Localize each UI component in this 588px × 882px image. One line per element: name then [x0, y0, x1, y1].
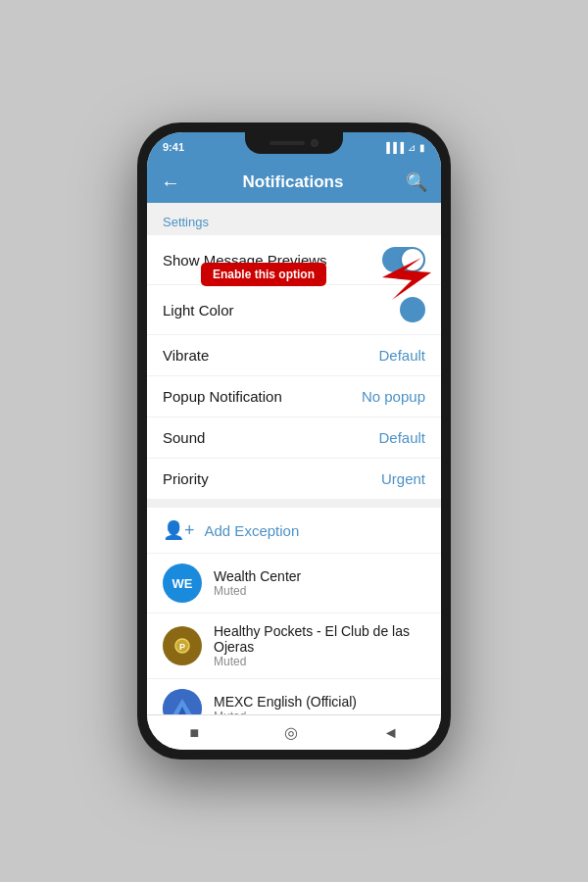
exception-status-wealth-center: Muted [214, 584, 425, 598]
exceptions-group: WE Wealth Center Muted P [147, 553, 441, 714]
setting-label-priority: Priority [163, 470, 209, 487]
exception-info-wealth-center: Wealth Center Muted [214, 568, 425, 598]
light-color-dot[interactable] [400, 297, 425, 322]
mexc-icon-svg [163, 689, 202, 714]
exception-status-mexc: Muted [214, 710, 425, 714]
back-button[interactable]: ← [161, 172, 180, 194]
setting-value-priority: Urgent [381, 470, 425, 487]
phone-screen: 9:41 ▐▐▐ ⊿ ▮ ← Notifications 🔍 Settings [147, 132, 441, 750]
healthy-pockets-icon-svg: P [172, 635, 193, 657]
exception-name-wealth-center: Wealth Center [214, 568, 425, 584]
bottom-nav-square-icon[interactable]: ■ [189, 724, 199, 742]
phone-frame: 9:41 ▐▐▐ ⊿ ▮ ← Notifications 🔍 Settings [137, 122, 451, 760]
setting-row-show-previews: Show Message Previews [147, 235, 441, 285]
exception-info-mexc: MEXC English (Official) Muted [214, 694, 425, 714]
exception-item-healthy-pockets[interactable]: P Healthy Pockets - El Club de las Ojera… [147, 612, 441, 678]
bottom-nav: ■ ◎ ◄ [147, 714, 441, 750]
content-area: Settings Show Message Previews Light Col… [147, 203, 441, 714]
divider-1 [147, 500, 441, 508]
wifi-icon: ⊿ [408, 142, 416, 153]
signal-icon: ▐▐▐ [383, 142, 404, 153]
status-bar: 9:41 ▐▐▐ ⊿ ▮ [147, 132, 441, 162]
status-icons: ▐▐▐ ⊿ ▮ [383, 142, 425, 153]
toggle-show-previews[interactable] [382, 247, 425, 272]
setting-label-vibrate: Vibrate [163, 347, 209, 364]
settings-section-header: Settings [147, 203, 441, 235]
settings-group: Show Message Previews Light Color Enable… [147, 235, 441, 499]
nav-bar: ← Notifications 🔍 [147, 162, 441, 203]
avatar-wealth-center: WE [163, 564, 202, 603]
add-exception-row[interactable]: 👤+ Add Exception [147, 508, 441, 553]
svg-text:P: P [179, 642, 185, 652]
exception-status-healthy-pockets: Muted [214, 655, 425, 668]
setting-row-vibrate[interactable]: Vibrate Default [147, 335, 441, 376]
exception-name-healthy-pockets: Healthy Pockets - El Club de las Ojeras [214, 623, 425, 655]
exception-info-healthy-pockets: Healthy Pockets - El Club de las Ojeras … [214, 623, 425, 668]
notch-speaker [270, 141, 305, 145]
setting-value-vibrate: Default [378, 347, 425, 364]
setting-value-popup: No popup [362, 388, 425, 405]
setting-row-sound[interactable]: Sound Default [147, 417, 441, 459]
toggle-thumb [402, 249, 423, 270]
setting-label-popup: Popup Notification [163, 388, 282, 405]
notch [245, 132, 343, 154]
avatar-mexc [163, 689, 202, 714]
setting-row-light-color: Light Color [147, 285, 441, 335]
bottom-nav-home-icon[interactable]: ◎ [284, 723, 298, 742]
setting-row-priority[interactable]: Priority Urgent [147, 459, 441, 499]
status-time: 9:41 [163, 141, 184, 153]
search-button[interactable]: 🔍 [406, 172, 427, 193]
exception-item-mexc[interactable]: MEXC English (Official) Muted [147, 678, 441, 714]
bottom-nav-back-icon[interactable]: ◄ [383, 724, 399, 742]
setting-label-light-color: Light Color [163, 302, 234, 318]
add-exception-text: Add Exception [205, 522, 300, 539]
page-title: Notifications [243, 172, 344, 192]
notch-camera [311, 139, 318, 147]
avatar-healthy-pockets: P [163, 626, 202, 665]
setting-row-popup[interactable]: Popup Notification No popup [147, 376, 441, 417]
setting-label-sound: Sound [163, 429, 205, 446]
exception-name-mexc: MEXC English (Official) [214, 694, 425, 710]
setting-value-sound: Default [378, 429, 425, 446]
add-exception-icon: 👤+ [163, 519, 195, 541]
battery-icon: ▮ [419, 142, 425, 153]
setting-label-show-previews: Show Message Previews [163, 252, 327, 269]
exception-item-wealth-center[interactable]: WE Wealth Center Muted [147, 553, 441, 612]
